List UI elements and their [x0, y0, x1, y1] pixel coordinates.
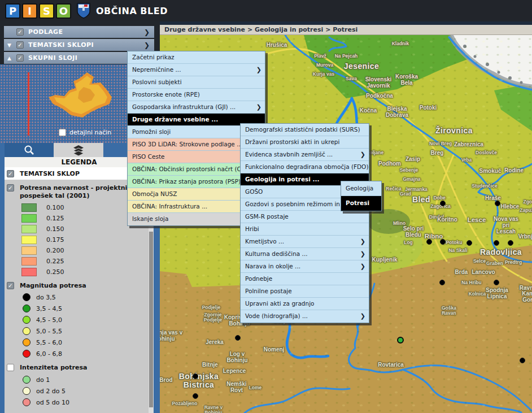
chevron-down-icon[interactable]: ▼ — [7, 42, 14, 48]
municipality-thumbnail — [44, 70, 116, 127]
earthquake-dot[interactable] — [466, 240, 472, 246]
menu-item-label: Prostorske enote (RPE) — [132, 91, 200, 98]
chevron-right-icon[interactable]: ❯ — [144, 41, 150, 49]
earthquake-dot[interactable] — [494, 280, 499, 285]
menu-item-label: Hribi — [245, 225, 259, 232]
earthquake-dot[interactable] — [494, 240, 499, 246]
legend-circle-swatch — [23, 376, 30, 384]
menu-item[interactable]: Kmetijstvo ...❯ — [241, 236, 369, 248]
panel-label: PODLAGE — [28, 28, 63, 36]
legend-circle-row: od 2 do 5 — [23, 385, 149, 397]
earthquake-dot[interactable] — [440, 201, 446, 206]
legend-circle-swatch — [23, 316, 30, 324]
menu-item-label: Nepremičnine ... — [132, 66, 181, 73]
earthquake-dot[interactable] — [193, 373, 198, 379]
menu-item[interactable]: Geologija — [341, 181, 381, 196]
detail-mode-label: detajlni način — [69, 129, 111, 136]
legend-circle-swatch — [23, 350, 30, 358]
menu-item[interactable]: Nepremičnine ...❯ — [128, 64, 265, 76]
earthquake-dot[interactable] — [495, 201, 500, 206]
legend-circle-swatch — [23, 398, 30, 406]
legend-swatch-row: 0.175 — [21, 234, 149, 245]
legend-circle-row: 5,5 - 6,0 — [23, 337, 149, 348]
legend-circle-row: 4,5 - 5,0 — [23, 314, 149, 325]
legend-swatch-label: 0.175 — [46, 236, 64, 244]
checkbox[interactable]: ✓ — [7, 184, 14, 192]
menu-item[interactable]: Prostorske enote (RPE) — [128, 89, 265, 101]
earthquake-dot[interactable] — [439, 280, 445, 285]
legend-circle-label: 6,0 - 6,8 — [36, 350, 62, 358]
legend-circle-label: 5,5 - 6,0 — [36, 339, 62, 346]
tab-search[interactable] — [5, 143, 54, 157]
logo-tile-s: S — [39, 3, 54, 19]
menu-item-label: Funkcionalno degradirana območja (FDO) — [245, 163, 368, 170]
earthquake-dot[interactable] — [508, 240, 513, 246]
legend-swatch-row: 0.200 — [21, 245, 149, 256]
app-header: PISO OBČINA BLED — [0, 0, 532, 21]
legend-color-swatch — [21, 214, 37, 223]
scrollbar-thumb[interactable] — [149, 232, 153, 407]
menu-item-label: Upravni akti za gradnjo — [245, 300, 314, 307]
menu-item[interactable]: Demografski statistični podatki (SURS) — [241, 124, 369, 136]
chevron-up-icon[interactable]: ▲ — [7, 55, 14, 61]
checkbox[interactable]: ✓ — [16, 41, 24, 49]
chevron-right-icon[interactable]: ❯ — [144, 28, 150, 36]
detail-mode-checkbox[interactable] — [59, 129, 66, 136]
menu-item[interactable]: Potresi — [341, 196, 381, 211]
menu-item[interactable]: Hribi — [241, 223, 369, 236]
checkbox[interactable] — [7, 364, 14, 371]
earthquake-dot[interactable] — [235, 335, 241, 341]
menu-item-label: Začetni prikaz — [132, 54, 175, 60]
tab-layers[interactable] — [54, 143, 103, 157]
legend-swatch-label: 0.225 — [46, 258, 64, 265]
legend-group-header: ✓Magnituda potresa — [5, 277, 149, 292]
layers-menu-level3: GeologijaPotresi — [341, 181, 382, 211]
checkbox[interactable]: ✓ — [7, 170, 14, 177]
menu-item[interactable]: Državni prostorski akti in ukrepi — [241, 136, 369, 149]
menu-item-label: Geologija — [346, 185, 373, 192]
menu-item-label: Državni prostorski akti in ukrepi — [245, 138, 339, 145]
legend-circle-swatch — [23, 305, 30, 312]
menu-item[interactable]: Narava in okolje ...❯ — [241, 260, 369, 273]
checkbox[interactable]: ✓ — [16, 54, 24, 62]
menu-item-label: Geologija in potresi ... — [245, 176, 319, 182]
legend-circle-label: do 1 — [36, 376, 50, 384]
menu-item-label: GSM-R postaje — [245, 213, 289, 220]
earthquake-dot[interactable] — [397, 337, 404, 344]
submenu-arrow-icon: ❯ — [360, 236, 365, 247]
submenu-arrow-icon: ❯ — [360, 310, 365, 322]
submenu-arrow-icon: ❯ — [360, 260, 365, 272]
legend-color-swatch — [21, 268, 37, 276]
menu-item[interactable]: GSM-R postaje — [241, 211, 369, 223]
menu-item[interactable]: Upravni akti za gradnjo — [241, 298, 369, 310]
menu-item-label: Območja NUSZ — [132, 190, 177, 197]
legend-circle-label: od 5 do 10 — [36, 399, 69, 406]
earthquake-dot[interactable] — [426, 239, 432, 245]
menu-item[interactable]: Evidenca stavbnih zemljišč ...❯ — [241, 149, 369, 161]
legend-circle-swatch — [23, 338, 30, 346]
menu-item[interactable]: Vode (hidrografija) ...❯ — [241, 310, 369, 323]
earthquake-dot[interactable] — [193, 393, 198, 399]
menu-item-label: Druge državne vsebine ... — [132, 116, 218, 123]
breadcrumb: Druge državne vsebine > Geologija in pot… — [160, 25, 532, 35]
menu-item-label: PISO Ceste — [132, 153, 165, 160]
menu-item-label: Polnilne postaje — [245, 288, 292, 294]
menu-item[interactable]: Gospodarska infrastruktura (GJI) ...❯ — [128, 101, 265, 114]
earthquake-dot[interactable] — [440, 239, 446, 245]
menu-item[interactable]: Polnilne postaje — [241, 285, 369, 298]
legend-group-label: Potresna nevarnost - projektni pospešek … — [20, 184, 136, 200]
menu-item[interactable]: Poslovni subjekti — [128, 76, 265, 89]
menu-item[interactable]: Kulturna dediščina ...❯ — [241, 248, 369, 260]
sidebar-panel-podlage[interactable]: ✓PODLAGE❯ — [4, 26, 154, 38]
menu-item[interactable]: Podnebje — [241, 273, 369, 285]
legend-circle-row: 5,0 - 5,5 — [23, 325, 149, 337]
earthquake-dot[interactable] — [520, 358, 525, 363]
menu-item[interactable]: Funkcionalno degradirana območja (FDO) — [241, 161, 369, 173]
menu-item[interactable]: Začetni prikaz — [128, 51, 265, 64]
legend-swatch-label: 0.200 — [46, 247, 64, 254]
menu-item-label: Potresi — [346, 199, 369, 206]
checkbox[interactable]: ✓ — [16, 28, 24, 36]
piso-logo[interactable]: PISO — [5, 3, 71, 19]
checkbox[interactable]: ✓ — [7, 282, 14, 289]
sidebar-panel-tematski-sklopi[interactable]: ▼✓TEMATSKI SKLOPI❯ — [4, 39, 154, 51]
